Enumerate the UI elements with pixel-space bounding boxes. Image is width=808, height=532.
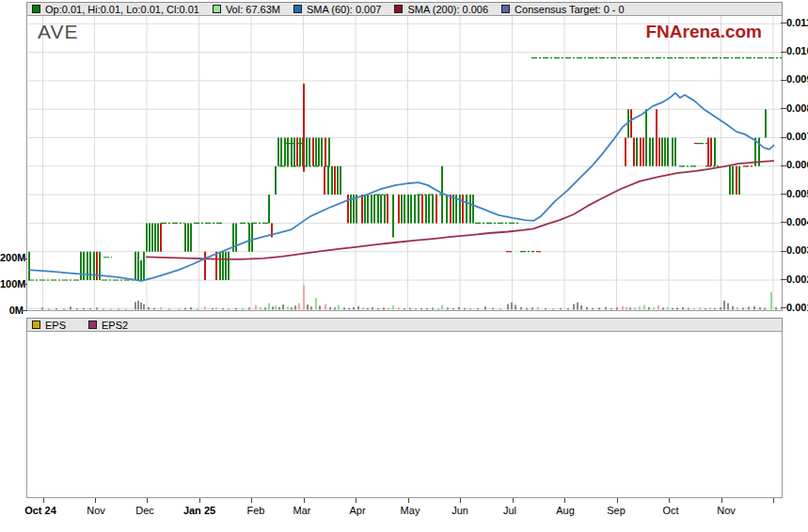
legend-ohlc-label: Op:0.01, Hi:0.01, Lo:0.01, Cl:0.01 bbox=[45, 4, 199, 15]
price-tick-mark bbox=[781, 194, 786, 195]
price-tick-label: 0.009 bbox=[786, 73, 808, 85]
month-tick-mark bbox=[199, 498, 200, 503]
volume-tick-label: 100M bbox=[0, 278, 24, 289]
price-legend: Op:0.01, Hi:0.01, Lo:0.01, Cl:0.01 Vol: … bbox=[26, 2, 783, 16]
legend-item-sma60: SMA (60): 0.007 bbox=[293, 4, 382, 15]
volume-tick-mark bbox=[22, 284, 27, 285]
price-tick-label: 0.001 bbox=[786, 302, 808, 313]
month-label: Nov bbox=[696, 505, 756, 516]
volume-tick-mark bbox=[22, 258, 27, 259]
price-tick-label: 0.005 bbox=[786, 188, 808, 199]
legend-item-eps: EPS bbox=[32, 320, 66, 331]
month-tick-mark bbox=[408, 498, 409, 503]
price-chart-panel bbox=[26, 15, 783, 311]
month-tick-mark bbox=[95, 498, 96, 503]
price-tick-label: 0.006 bbox=[786, 159, 808, 170]
price-tick-mark bbox=[781, 23, 786, 23]
month-label: Apr bbox=[327, 505, 388, 516]
month-tick-mark bbox=[43, 498, 44, 503]
price-tick-label: 0.011 bbox=[786, 17, 808, 28]
volume-tick-mark bbox=[22, 310, 27, 311]
price-tick-mark bbox=[781, 307, 786, 308]
month-label: Mar bbox=[272, 505, 332, 516]
sma60-line bbox=[28, 93, 774, 281]
month-tick-mark bbox=[721, 498, 722, 503]
consensus-target-swatch-icon bbox=[501, 5, 510, 13]
price-tick-label: 0.002 bbox=[786, 274, 808, 285]
volume-tick-label: 200M bbox=[0, 252, 24, 263]
legend-eps2-label: EPS2 bbox=[102, 320, 128, 331]
price-tick-mark bbox=[781, 137, 786, 138]
price-tick-mark bbox=[781, 80, 786, 81]
ohlc-swatch-icon bbox=[32, 5, 40, 13]
month-tick-mark bbox=[147, 498, 148, 503]
stock-chart-page: Op:0.01, Hi:0.01, Lo:0.01, Cl:0.01 Vol: … bbox=[0, 0, 808, 532]
legend-volume-label: Vol: 67.63M bbox=[226, 4, 280, 15]
month-label: Jul bbox=[480, 505, 540, 516]
legend-item-ohlc: Op:0.01, Hi:0.01, Lo:0.01, Cl:0.01 bbox=[32, 4, 199, 15]
month-label: Sep bbox=[586, 505, 646, 516]
legend-item-sma200: SMA (200): 0.006 bbox=[394, 4, 488, 15]
price-tick-label: 0.008 bbox=[786, 102, 808, 114]
price-tick-mark bbox=[781, 279, 786, 280]
legend-sma60-label: SMA (60): 0.007 bbox=[307, 4, 382, 15]
month-label: Dec bbox=[115, 505, 175, 516]
month-tick-mark bbox=[564, 498, 565, 503]
month-tick-mark bbox=[460, 498, 461, 503]
price-tick-label: 0.010 bbox=[786, 45, 808, 56]
volume-swatch-icon bbox=[213, 5, 221, 13]
ticker-title: AVE bbox=[38, 21, 78, 43]
month-tick-mark bbox=[617, 498, 618, 503]
price-tick-label: 0.007 bbox=[786, 131, 808, 142]
eps2-swatch-icon bbox=[88, 321, 97, 329]
eps-swatch-icon bbox=[32, 321, 40, 329]
price-tick-mark bbox=[781, 108, 786, 109]
legend-item-consensus-target: Consensus Target: 0 - 0 bbox=[501, 4, 625, 15]
price-tick-mark bbox=[781, 251, 786, 252]
price-tick-mark bbox=[781, 52, 786, 53]
legend-consensus-target-label: Consensus Target: 0 - 0 bbox=[515, 4, 625, 15]
month-tick-mark bbox=[773, 498, 774, 503]
legend-item-volume: Vol: 67.63M bbox=[213, 4, 280, 15]
month-tick-mark bbox=[669, 498, 670, 503]
month-tick-mark bbox=[513, 498, 514, 503]
month-tick-mark bbox=[304, 498, 305, 503]
price-tick-label: 0.004 bbox=[786, 216, 808, 227]
price-chart-canvas bbox=[27, 16, 782, 310]
volume-tick-label: 0M bbox=[0, 305, 24, 316]
month-label: Jan 25 bbox=[169, 505, 230, 516]
legend-eps-label: EPS bbox=[45, 320, 66, 331]
month-label: Oct 24 bbox=[10, 505, 71, 516]
price-tick-label: 0.003 bbox=[786, 244, 808, 256]
sma200-swatch-icon bbox=[394, 5, 403, 13]
price-tick-mark bbox=[781, 165, 786, 166]
eps-chart-panel bbox=[26, 331, 783, 498]
price-tick-mark bbox=[781, 222, 786, 223]
month-tick-mark bbox=[356, 498, 356, 503]
month-label: Oct bbox=[641, 505, 701, 516]
eps-legend: EPS EPS2 bbox=[26, 318, 783, 332]
legend-sma200-label: SMA (200): 0.006 bbox=[407, 4, 488, 15]
sma60-swatch-icon bbox=[293, 5, 302, 13]
legend-item-eps2: EPS2 bbox=[88, 320, 128, 331]
fnarena-watermark[interactable]: FNArena.com bbox=[645, 22, 762, 42]
month-tick-mark bbox=[251, 498, 252, 503]
